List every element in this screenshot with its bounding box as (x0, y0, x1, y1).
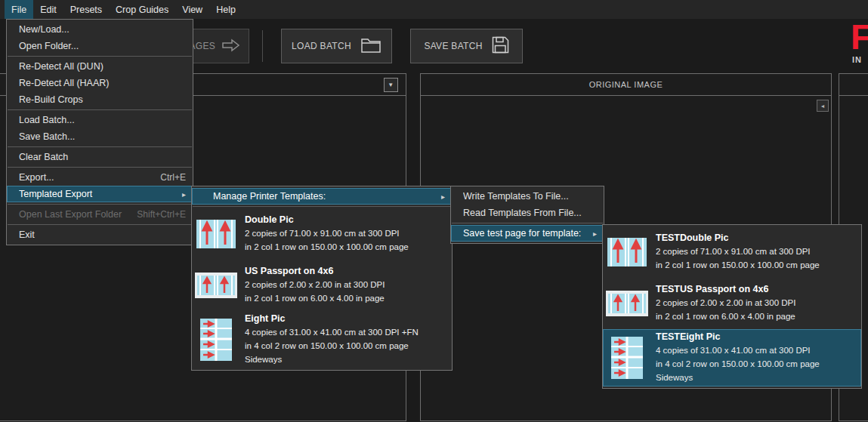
menu-item-label: Re-Detect All (DUN) (19, 61, 186, 72)
chevron-down-icon[interactable]: ▼ (384, 78, 398, 92)
menu-item-manage-printer-templates[interactable]: Manage Printer Templates: ▸ (192, 188, 452, 205)
folder-icon (360, 37, 381, 56)
load-batch-button[interactable]: LOAD BATCH (281, 29, 392, 63)
menu-item-open-last-export-folder[interactable]: Open Last Export Folder Shift+Ctrl+E (7, 206, 193, 223)
menu-separator (8, 56, 192, 57)
menu-separator (8, 109, 192, 110)
menu-item-shortcut: Ctrl+E (160, 172, 186, 183)
menu-item-load-batch[interactable]: Load Batch... (7, 112, 193, 128)
template-name: TESTDouble Pic (656, 233, 820, 243)
menu-item-read-templates[interactable]: Read Templates From File... (451, 205, 604, 221)
template-item-text: US Passport on 4x6 2 copies of 2.00 x 2.… (245, 266, 385, 306)
template-item-text: Double Pic 2 copies of 71.00 x 91.00 cm … (245, 214, 409, 254)
menu-item-label: Export... (19, 172, 151, 183)
menu-item-redetect-dun[interactable]: Re-Detect All (DUN) (7, 58, 193, 75)
menu-item-label: Save test page for template: (463, 228, 587, 239)
menu-item-label: Re-Build Crops (19, 94, 186, 105)
toolbar-divider (262, 30, 263, 62)
submenu-arrow-icon: ▸ (593, 229, 597, 238)
floppy-disk-icon (492, 36, 509, 56)
submenu-arrow-icon: ▸ (182, 190, 186, 199)
menu-item-write-templates[interactable]: Write Templates To File... (451, 188, 604, 205)
menubar-item-crop-guides[interactable]: Crop Guides (109, 0, 175, 19)
application-window: ▼ ORIGINAL IMAGE ◄ AGES LOAD BATCH SAVE … (0, 0, 868, 422)
template-copies: 2 copies of 71.00 x 91.00 cm at 300 DPI (656, 245, 820, 259)
menu-item-save-batch[interactable]: Save Batch... (7, 128, 193, 145)
menubar-item-file[interactable]: File (5, 0, 33, 19)
logo-letter: F (851, 21, 868, 54)
menu-item-shortcut: Shift+Ctrl+E (137, 209, 186, 220)
template-item-test-eight-pic[interactable]: TESTEight Pic 4 copies of 31.00 x 41.00 … (603, 329, 861, 387)
arrow-right-icon (221, 39, 241, 54)
menu-item-label: Exit (19, 229, 186, 240)
template-item-text: Eight Pic 4 copies of 31.00 x 41.00 cm a… (245, 313, 446, 366)
menu-item-label: Clear Batch (19, 152, 186, 162)
menu-item-label: Write Templates To File... (463, 191, 597, 202)
template-layout: in 4 col 2 row on 150.00 x 100.00 cm pag… (656, 358, 855, 385)
menubar-item-help[interactable]: Help (209, 0, 242, 19)
double-pic-template-icon (606, 238, 648, 266)
menu-separator (8, 224, 192, 225)
template-layout: in 2 col 1 row on 150.00 x 100.00 cm pag… (245, 241, 409, 254)
submenu-arrow-icon: ▸ (441, 193, 445, 201)
load-batch-label: LOAD BATCH (292, 41, 351, 51)
us-passport-template-icon (195, 273, 237, 298)
template-item-test-us-passport[interactable]: TESTUS Passport on 4x6 2 copies of 2.00 … (603, 278, 861, 329)
menu-item-clear-batch[interactable]: Clear Batch (7, 149, 193, 165)
save-batch-button[interactable]: SAVE BATCH (410, 29, 523, 63)
menu-item-label: Load Batch... (19, 115, 186, 125)
save-test-page-submenu: TESTDouble Pic 2 copies of 71.00 x 91.00… (602, 224, 862, 389)
eight-pic-template-icon (195, 319, 237, 361)
template-item-text: TESTUS Passport on 4x6 2 copies of 2.00 … (656, 284, 795, 324)
original-image-panel-header: ORIGINAL IMAGE (421, 74, 831, 96)
templated-export-submenu: Manage Printer Templates: ▸ (191, 186, 453, 371)
us-passport-template-icon (606, 291, 648, 316)
menu-item-exit[interactable]: Exit (7, 226, 193, 243)
menu-item-export[interactable]: Export... Ctrl+E (7, 169, 193, 186)
menu-item-label: Open Folder... (19, 41, 186, 51)
template-copies: 2 copies of 71.00 x 91.00 cm at 300 DPI (245, 227, 409, 241)
menu-separator (8, 146, 192, 147)
menubar: File Edit Presets Crop Guides View Help (0, 0, 868, 19)
app-logo: F IN (851, 21, 868, 64)
template-layout: in 4 col 2 row on 150.00 x 100.00 cm pag… (245, 340, 446, 367)
menu-item-label: Re-Detect All (HAAR) (19, 78, 186, 88)
template-name: Eight Pic (245, 313, 446, 324)
menubar-item-view[interactable]: View (175, 0, 209, 19)
menubar-item-presets[interactable]: Presets (63, 0, 109, 19)
template-layout: in 2 col 1 row on 6.00 x 4.00 in page (656, 310, 795, 324)
menu-item-label: Open Last Export Folder (19, 209, 128, 220)
eight-pic-template-icon (606, 337, 648, 379)
template-copies: 2 copies of 2.00 x 2.00 in at 300 DPI (656, 297, 795, 310)
template-item-text: TESTEight Pic 4 copies of 31.00 x 41.00 … (656, 331, 855, 384)
template-name: TESTUS Passport on 4x6 (656, 284, 795, 294)
menu-item-open-folder[interactable]: Open Folder... (7, 38, 193, 54)
scroll-left-icon[interactable]: ◄ (817, 100, 829, 112)
menu-item-label: Read Templates From File... (463, 208, 597, 218)
file-menu: New/Load... Open Folder... Re-Detect All… (6, 19, 193, 245)
menu-item-rebuild-crops[interactable]: Re-Build Crops (7, 91, 193, 108)
template-name: Double Pic (245, 214, 409, 225)
menu-item-save-test-page[interactable]: Save test page for template: ▸ (451, 225, 604, 242)
template-layout: in 2 col 1 row on 6.00 x 4.00 in page (245, 292, 385, 306)
menu-item-new-load[interactable]: New/Load... (7, 21, 193, 38)
template-copies: 4 copies of 31.00 x 41.00 cm at 300 DPI … (245, 326, 446, 340)
template-layout: in 2 col 1 row on 150.00 x 100.00 cm pag… (656, 259, 820, 273)
template-name: TESTEight Pic (656, 331, 855, 342)
menubar-item-edit[interactable]: Edit (33, 0, 63, 19)
template-item-us-passport[interactable]: US Passport on 4x6 2 copies of 2.00 x 2.… (192, 260, 452, 311)
template-copies: 4 copies of 31.00 x 41.00 cm at 300 DPI (656, 344, 855, 358)
menu-item-label: Manage Printer Templates: (213, 191, 435, 202)
menu-item-label: New/Load... (19, 24, 186, 35)
menu-item-templated-export[interactable]: Templated Export ▸ (7, 186, 193, 202)
double-pic-template-icon (195, 220, 237, 248)
menu-separator (193, 206, 451, 207)
template-name: US Passport on 4x6 (245, 266, 385, 276)
manage-templates-submenu: Write Templates To File... Read Template… (450, 186, 604, 244)
template-item-test-double-pic[interactable]: TESTDouble Pic 2 copies of 71.00 x 91.00… (603, 226, 861, 278)
template-item-double-pic[interactable]: Double Pic 2 copies of 71.00 x 91.00 cm … (192, 208, 452, 260)
menu-item-redetect-haar[interactable]: Re-Detect All (HAAR) (7, 75, 193, 91)
save-batch-label: SAVE BATCH (424, 41, 482, 51)
menu-separator (8, 167, 192, 168)
template-item-eight-pic[interactable]: Eight Pic 4 copies of 31.00 x 41.00 cm a… (192, 311, 452, 368)
